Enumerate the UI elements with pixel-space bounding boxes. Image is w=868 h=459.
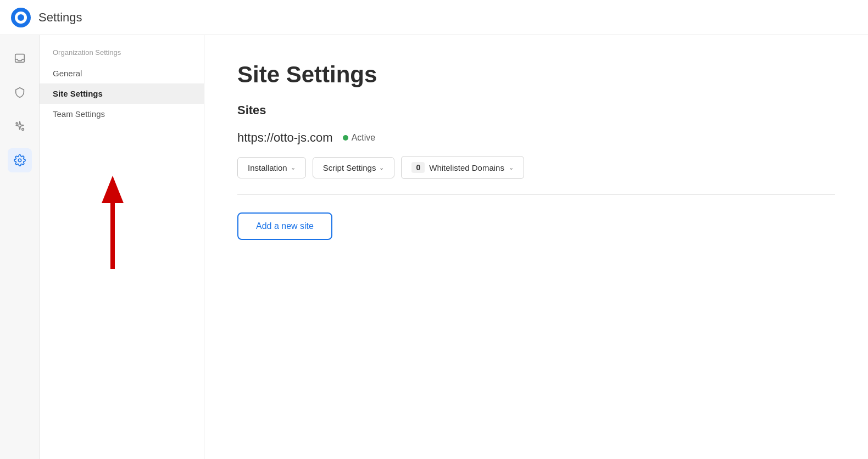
sparkle-icon — [14, 120, 26, 132]
header: Settings — [0, 0, 868, 35]
installation-chevron-icon: ⌄ — [291, 164, 296, 171]
inbox-icon — [14, 52, 26, 64]
installation-label: Installation — [248, 163, 287, 172]
app-logo — [11, 8, 31, 27]
whitelisted-domains-dropdown[interactable]: 0 Whitelisted Domains ⌄ — [401, 156, 524, 179]
sidebar-item-general[interactable]: General — [40, 63, 204, 83]
sidebar-item-security[interactable] — [8, 80, 32, 104]
content-divider — [237, 194, 835, 195]
script-settings-chevron-icon: ⌄ — [379, 164, 384, 171]
sidebar-item-settings[interactable] — [8, 148, 32, 172]
whitelisted-chevron-icon: ⌄ — [509, 164, 514, 171]
icon-sidebar — [0, 35, 40, 459]
svg-point-2 — [18, 14, 24, 21]
script-settings-label: Script Settings — [323, 163, 376, 172]
sidebar-item-team-settings[interactable]: Team Settings — [40, 104, 204, 124]
status-label: Active — [352, 133, 376, 143]
svg-point-5 — [16, 122, 18, 124]
sidebar-section-label: Organization Settings — [40, 48, 204, 63]
svg-point-4 — [21, 128, 24, 131]
gear-icon — [14, 154, 26, 166]
add-site-button[interactable]: Add a new site — [237, 212, 332, 240]
sidebar-item-inbox[interactable] — [8, 46, 32, 70]
status-dot — [343, 135, 348, 141]
sidebar-item-ai[interactable] — [8, 114, 32, 138]
button-row: Installation ⌄ Script Settings ⌄ 0 White… — [237, 156, 835, 179]
header-title: Settings — [38, 10, 82, 25]
section-title: Sites — [237, 103, 835, 117]
script-settings-dropdown[interactable]: Script Settings ⌄ — [313, 157, 395, 178]
main-layout: Organization Settings General Site Setti… — [0, 35, 868, 459]
svg-point-6 — [18, 159, 21, 162]
page-title: Site Settings — [237, 61, 835, 88]
site-url: https://otto-js.com — [237, 131, 333, 145]
shield-icon — [14, 86, 26, 98]
text-sidebar: Organization Settings General Site Setti… — [40, 35, 204, 459]
status-badge: Active — [343, 133, 376, 143]
site-row: https://otto-js.com Active — [237, 131, 835, 145]
whitelisted-label: Whitelisted Domains — [429, 163, 504, 172]
whitelisted-count: 0 — [411, 162, 425, 173]
sidebar-item-site-settings[interactable]: Site Settings — [40, 83, 204, 104]
installation-dropdown[interactable]: Installation ⌄ — [237, 157, 306, 178]
main-content: Site Settings Sites https://otto-js.com … — [204, 35, 868, 459]
